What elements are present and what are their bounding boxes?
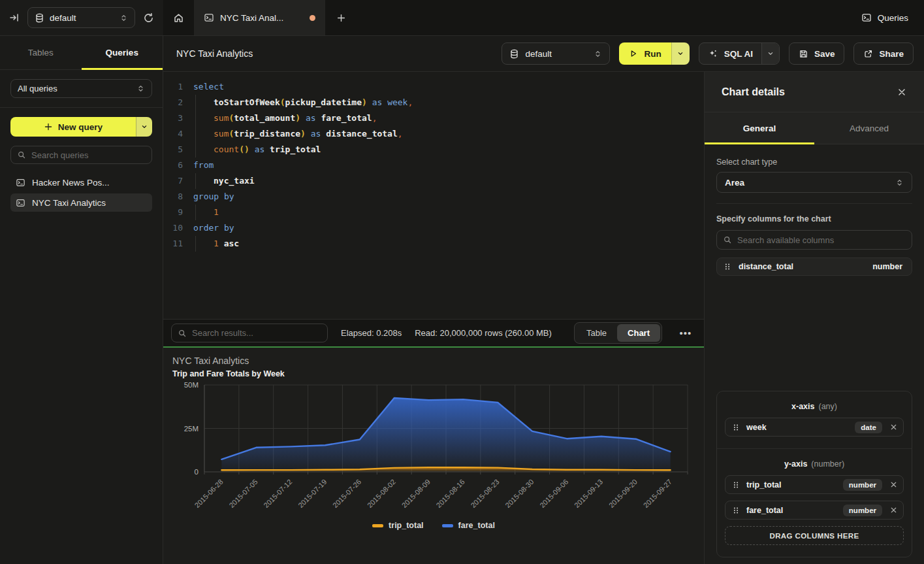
query-tab[interactable]: NYC Taxi Anal... bbox=[195, 0, 325, 35]
drag-handle-icon[interactable] bbox=[723, 262, 732, 271]
share-button-label: Share bbox=[879, 49, 904, 59]
code-line: 91 bbox=[163, 205, 704, 220]
axis-column-chip[interactable]: weekdate bbox=[725, 418, 904, 437]
indent-guide bbox=[195, 173, 214, 189]
view-toggle-table[interactable]: Table bbox=[576, 324, 617, 342]
drag-handle-icon[interactable] bbox=[731, 506, 741, 515]
remove-column-icon[interactable] bbox=[889, 506, 898, 514]
refresh-button[interactable] bbox=[143, 12, 154, 24]
remove-column-icon[interactable] bbox=[889, 480, 898, 489]
save-button[interactable]: Save bbox=[789, 42, 845, 65]
available-columns: distance_totalnumber bbox=[716, 257, 912, 276]
svg-text:2015-09-27: 2015-09-27 bbox=[642, 478, 673, 509]
code-line: 5count() as trip_total bbox=[163, 142, 704, 158]
axis-column-chip[interactable]: fare_totalnumber bbox=[725, 501, 904, 520]
code-line: 3sum(total_amount) as fare_total, bbox=[163, 110, 704, 126]
drag-handle-icon[interactable] bbox=[731, 480, 741, 489]
terminal-icon bbox=[861, 12, 872, 23]
saved-query-item[interactable]: NYC Taxi Analytics bbox=[10, 193, 152, 212]
sql-ai-button-group: SQL AI bbox=[699, 42, 780, 65]
svg-text:2015-06-28: 2015-06-28 bbox=[193, 478, 225, 509]
chart-details-panel: Chart details GeneralAdvanced Select cha… bbox=[704, 72, 924, 564]
axis-column-chip[interactable]: trip_totalnumber bbox=[725, 475, 904, 494]
sql-ai-button[interactable]: SQL AI bbox=[699, 43, 761, 64]
legend-label: fare_total bbox=[458, 521, 495, 530]
new-query-label: New query bbox=[58, 122, 103, 132]
panel-tabs: GeneralAdvanced bbox=[705, 112, 924, 144]
run-button[interactable]: Run bbox=[619, 42, 671, 65]
legend-item-trip_total[interactable]: trip_total bbox=[372, 521, 423, 530]
code-text: from bbox=[183, 158, 214, 173]
results-search-input[interactable] bbox=[192, 328, 321, 338]
code-line: 7nyc_taxi bbox=[163, 173, 704, 189]
columns-label: Specify columns for the chart bbox=[716, 214, 912, 224]
new-query-button[interactable]: New query bbox=[10, 117, 152, 137]
terminal-icon bbox=[16, 198, 25, 208]
tab-strip: NYC Taxi Anal... bbox=[163, 0, 846, 35]
more-options-button[interactable]: ••• bbox=[675, 327, 696, 339]
new-query-main[interactable]: New query bbox=[10, 117, 136, 137]
available-column-chip[interactable]: distance_totalnumber bbox=[716, 257, 912, 276]
svg-text:2015-08-16: 2015-08-16 bbox=[435, 478, 466, 509]
drop-zone[interactable]: DRAG COLUMNS HERE bbox=[725, 526, 904, 545]
query-tab-title: NYC Taxi Anal... bbox=[220, 13, 304, 23]
columns-search-input[interactable] bbox=[737, 235, 906, 245]
close-panel-button[interactable] bbox=[897, 87, 907, 97]
svg-text:2015-07-26: 2015-07-26 bbox=[331, 478, 362, 509]
saved-query-item[interactable]: Hacker News Pos... bbox=[10, 173, 152, 191]
share-icon bbox=[863, 49, 873, 59]
area-chart[interactable]: 025M50M2015-06-282015-07-052015-07-12201… bbox=[172, 378, 695, 521]
sidebar-tabs: TablesQueries bbox=[0, 36, 163, 70]
indent-guide bbox=[195, 95, 214, 110]
sidebar-tab-tables[interactable]: Tables bbox=[0, 36, 82, 69]
run-options-dropdown[interactable] bbox=[671, 42, 690, 65]
share-button[interactable]: Share bbox=[853, 42, 914, 65]
indent-guide bbox=[195, 126, 214, 142]
updown-chevron-icon bbox=[594, 50, 602, 58]
chart-area: NYC Taxi Analytics Trip and Fare Totals … bbox=[163, 346, 704, 564]
x-axis-section: x-axis (any) weekdate bbox=[717, 391, 912, 448]
plus-icon bbox=[44, 122, 53, 131]
indent-guide bbox=[195, 236, 214, 252]
new-tab-button[interactable] bbox=[325, 0, 357, 35]
home-button[interactable] bbox=[163, 0, 195, 35]
queries-button[interactable]: Queries bbox=[846, 0, 924, 35]
sql-ai-dropdown[interactable] bbox=[761, 43, 779, 64]
svg-text:2015-08-09: 2015-08-09 bbox=[400, 478, 432, 509]
remove-column-icon[interactable] bbox=[889, 423, 898, 431]
view-toggle-chart[interactable]: Chart bbox=[617, 324, 660, 342]
line-number: 10 bbox=[163, 220, 183, 236]
panel-tab-advanced[interactable]: Advanced bbox=[814, 112, 924, 144]
chart-type-select[interactable]: Area bbox=[716, 172, 912, 193]
chevron-down-icon bbox=[767, 50, 774, 58]
topbar-database-select[interactable]: default bbox=[27, 7, 135, 28]
panel-header: Chart details bbox=[705, 72, 924, 112]
drag-handle-icon[interactable] bbox=[731, 423, 741, 432]
svg-text:2015-08-30: 2015-08-30 bbox=[503, 478, 535, 509]
toolbar-database-select[interactable]: default bbox=[502, 42, 610, 65]
rows-read: Read: 20,000,000 rows (260.00 MB) bbox=[415, 328, 552, 338]
query-list: Hacker News Pos...NYC Taxi Analytics bbox=[10, 173, 152, 212]
database-icon bbox=[35, 13, 44, 23]
sql-editor[interactable]: 1select2toStartOfWeek(pickup_datetime) a… bbox=[163, 72, 704, 319]
save-button-label: Save bbox=[814, 49, 835, 59]
code-line: 8group by bbox=[163, 189, 704, 205]
y-axis-title: y-axis bbox=[784, 459, 807, 469]
svg-text:2015-08-23: 2015-08-23 bbox=[469, 478, 500, 509]
panel-tab-general[interactable]: General bbox=[705, 112, 814, 144]
code-text: count() as trip_total bbox=[183, 142, 321, 158]
svg-text:2015-07-12: 2015-07-12 bbox=[262, 478, 293, 509]
collapse-sidebar-icon[interactable] bbox=[9, 12, 20, 23]
sidebar-tab-queries[interactable]: Queries bbox=[82, 36, 163, 69]
new-query-dropdown[interactable] bbox=[136, 117, 152, 137]
line-number: 6 bbox=[163, 158, 183, 173]
legend-item-fare_total[interactable]: fare_total bbox=[442, 521, 495, 530]
sidebar-search-input[interactable] bbox=[31, 150, 146, 160]
code-text: 1 bbox=[183, 205, 219, 220]
query-filter-select[interactable]: All queries bbox=[10, 79, 152, 98]
column-type-badge: date bbox=[855, 422, 882, 433]
updown-chevron-icon bbox=[895, 178, 904, 187]
topbar-database-value: default bbox=[50, 13, 114, 23]
run-button-group: Run bbox=[619, 42, 689, 65]
sidebar-content: All queries New query Hacker News Pos...… bbox=[0, 70, 163, 221]
